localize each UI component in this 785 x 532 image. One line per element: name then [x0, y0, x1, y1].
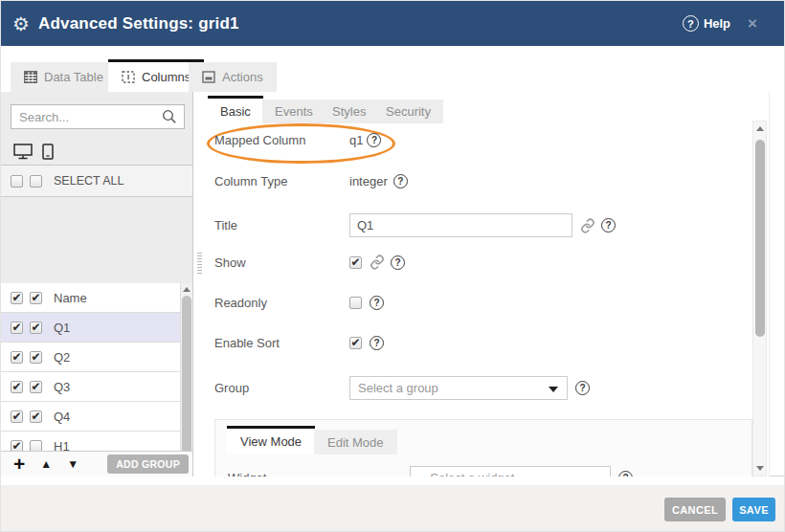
list-item-q2[interactable]: Q2 — [1, 343, 180, 372]
group-select[interactable]: Select a group — [349, 376, 568, 400]
tab-label: Actions — [222, 70, 263, 84]
help-button[interactable]: ? Help — [683, 15, 730, 32]
dialog-body: SELECT ALL Name Q1 Q2 — [1, 92, 785, 477]
mobile-icon[interactable] — [42, 144, 54, 160]
select-all-label: SELECT ALL — [54, 174, 123, 188]
list-toolbar: + ▲ ▼ ADD GROUP — [1, 451, 192, 477]
panel-splitter — [193, 92, 206, 477]
show-checkbox[interactable] — [349, 256, 362, 269]
tab-label: View Mode — [240, 434, 302, 449]
mobile-checkbox[interactable] — [30, 292, 42, 304]
mapped-column-row: Mapped Column q1 — [214, 133, 381, 147]
move-down-button[interactable]: ▼ — [67, 457, 78, 471]
desktop-icon[interactable] — [13, 144, 34, 160]
desktop-checkbox[interactable] — [11, 292, 23, 304]
mapped-column-help-icon[interactable] — [367, 133, 381, 147]
mobile-checkbox[interactable] — [30, 351, 42, 364]
add-column-button[interactable]: + — [13, 454, 25, 475]
tab-label: Basic — [220, 104, 251, 119]
tab-events[interactable]: Events — [262, 100, 325, 123]
field-label: Mapped Column — [214, 133, 349, 147]
field-label: Enable Sort — [214, 336, 349, 350]
enable-sort-help-icon[interactable] — [370, 336, 384, 350]
group-help-icon[interactable] — [575, 381, 590, 395]
dialog-footer: CANCEL SAVE — [1, 477, 785, 532]
scroll-up-icon[interactable] — [183, 287, 191, 292]
main-tab-bar: Data Table Columns Actions — [1, 46, 785, 92]
readonly-checkbox[interactable] — [349, 297, 362, 309]
desktop-checkbox[interactable] — [11, 381, 23, 393]
dialog-header: ⚙ Advanced Settings: grid1 ? Help × — [1, 1, 785, 46]
list-item-q3[interactable]: Q3 — [1, 372, 180, 402]
readonly-row: Readonly — [214, 296, 384, 310]
tab-label: Security — [386, 104, 431, 119]
select-all-mobile-checkbox[interactable] — [30, 175, 42, 188]
enable-sort-row: Enable Sort — [214, 336, 384, 350]
tab-view-mode[interactable]: View Mode — [227, 426, 315, 454]
move-up-button[interactable]: ▲ — [40, 457, 52, 471]
list-item-q4[interactable]: Q4 — [1, 402, 180, 432]
enable-sort-checkbox[interactable] — [349, 337, 362, 349]
mapped-column-value: q1 — [349, 133, 363, 147]
splitter-grip[interactable] — [197, 253, 202, 274]
tab-data-table[interactable]: Data Table — [11, 62, 117, 92]
search-input[interactable] — [11, 104, 185, 129]
columns-icon — [122, 71, 135, 83]
save-button[interactable]: SAVE — [732, 498, 775, 521]
tab-label: Columns — [142, 70, 191, 84]
desktop-checkbox[interactable] — [11, 351, 23, 364]
group-select-value: Select a group — [358, 381, 438, 395]
tab-basic[interactable]: Basic — [208, 96, 263, 123]
column-name: Q1 — [54, 321, 70, 335]
show-help-icon[interactable] — [391, 255, 405, 270]
scroll-up-icon[interactable] — [756, 126, 764, 131]
show-row: Show — [214, 255, 405, 270]
help-label: Help — [704, 16, 730, 31]
link-icon[interactable] — [370, 255, 385, 270]
group-row: Group Select a group — [214, 376, 590, 400]
advanced-settings-dialog: ⚙ Advanced Settings: grid1 ? Help × Data… — [0, 0, 785, 532]
select-all-row[interactable]: SELECT ALL — [1, 166, 192, 197]
tab-label: Styles — [332, 104, 366, 119]
list-item-q1[interactable]: Q1 — [1, 313, 180, 343]
title-help-icon[interactable] — [601, 218, 616, 233]
desktop-checkbox[interactable] — [11, 410, 23, 423]
column-name: Name — [54, 291, 87, 305]
device-toggle-row — [1, 138, 192, 166]
close-icon[interactable]: × — [748, 15, 757, 32]
scroll-down-icon[interactable] — [756, 466, 764, 471]
form-scrollbar[interactable] — [752, 121, 767, 477]
data-table-icon — [24, 71, 37, 83]
mobile-checkbox[interactable] — [30, 321, 42, 334]
tab-actions[interactable]: Actions — [189, 62, 277, 92]
column-name: Q2 — [54, 350, 70, 365]
mobile-checkbox[interactable] — [30, 381, 42, 393]
link-icon[interactable] — [580, 218, 595, 233]
tab-security[interactable]: Security — [373, 100, 443, 123]
column-settings-panel: Basic Events Styles Security Mapped Colu… — [206, 92, 770, 477]
cancel-button[interactable]: CANCEL — [664, 498, 726, 521]
readonly-help-icon[interactable] — [370, 296, 384, 310]
tab-edit-mode[interactable]: Edit Mode — [314, 430, 397, 454]
tab-styles[interactable]: Styles — [320, 100, 378, 123]
mobile-checkbox[interactable] — [30, 410, 42, 423]
column-type-row: Column Type integer — [214, 174, 408, 188]
column-type-help-icon[interactable] — [393, 174, 408, 188]
scrollbar-thumb[interactable] — [755, 140, 765, 337]
field-label: Column Type — [214, 174, 349, 188]
desktop-checkbox[interactable] — [11, 321, 23, 334]
list-item-name[interactable]: Name — [1, 283, 180, 313]
gear-icon: ⚙ — [12, 14, 30, 33]
select-all-desktop-checkbox[interactable] — [11, 175, 23, 188]
add-group-button[interactable]: ADD GROUP — [107, 454, 189, 474]
columns-list-panel: SELECT ALL Name Q1 Q2 — [1, 92, 193, 477]
field-label: Show — [214, 255, 349, 270]
field-label: Group — [214, 381, 349, 395]
actions-icon — [202, 71, 215, 83]
help-question-icon: ? — [683, 15, 699, 32]
title-input[interactable] — [349, 213, 572, 237]
search-icon[interactable] — [162, 109, 177, 124]
tab-label: Events — [275, 104, 313, 119]
tab-label: Data Table — [44, 70, 103, 84]
column-name: Q3 — [54, 380, 70, 394]
